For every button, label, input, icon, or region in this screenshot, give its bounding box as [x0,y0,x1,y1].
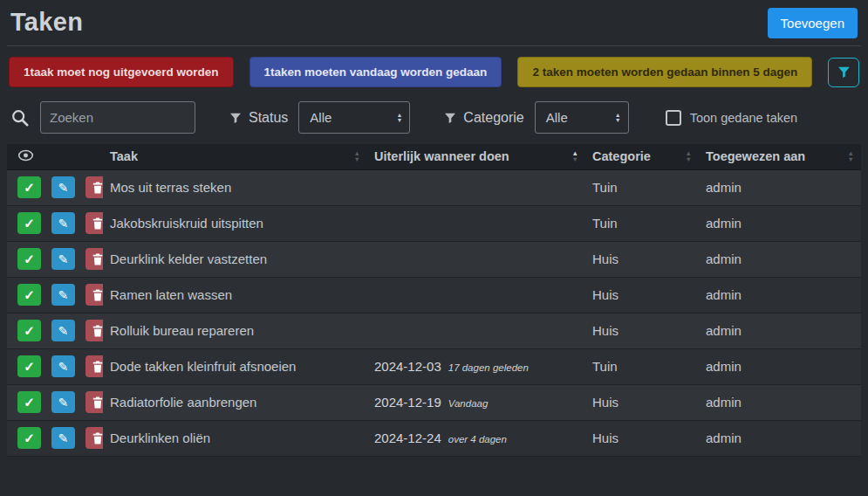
eye-icon [17,149,34,162]
trash-icon [92,325,103,337]
row-actions-cell: ✓ ✎ [7,205,103,241]
task-name: Radiatorfolie aanbrengen [103,384,367,420]
due-cell [367,169,585,205]
edit-task-button[interactable]: ✎ [51,284,75,306]
edit-icon: ✎ [58,182,69,194]
add-task-button[interactable]: Toevoegen [768,8,858,38]
table-row: ✓ ✎ Jakobskruiskruid uitspitten Tuin adm… [7,205,861,241]
select-steppers-icon: ▲▼ [615,113,621,123]
due-relative: over 4 dagen [448,434,507,444]
due-date: 2024-12-19 [374,395,441,410]
task-name: Ramen laten wassen [103,277,367,313]
delete-task-button[interactable] [85,212,103,234]
table-row: ✓ ✎ Rolluik bureau repareren Huis admin [7,313,861,348]
sort-icon[interactable]: ▲▼ [686,151,692,162]
mark-done-button[interactable]: ✓ [17,212,41,234]
delete-task-button[interactable] [85,284,103,306]
mark-done-button[interactable]: ✓ [17,284,41,306]
edit-task-button[interactable]: ✎ [51,391,75,413]
column-header-category-label: Categorie [592,149,651,163]
edit-task-button[interactable]: ✎ [51,176,75,198]
trash-icon [92,253,103,265]
task-assigned: admin [699,348,861,384]
visibility-column-header [7,144,103,169]
mark-done-button[interactable]: ✓ [17,355,41,377]
status-select[interactable]: Alle ▲▼ [298,101,410,134]
mark-done-button[interactable]: ✓ [17,320,41,341]
due-cell: 2024-12-0317 dagen geleden [367,348,585,384]
mark-done-button[interactable]: ✓ [17,391,41,413]
alerts-row: 1taak moet nog uitgevoerd worden 1taken … [0,46,868,93]
clear-filters-button[interactable] [828,58,859,87]
row-actions-cell: ✓ ✎ [7,313,103,348]
delete-task-button[interactable] [85,176,103,198]
column-header-category[interactable]: Categorie ▲▼ [585,144,699,169]
task-assigned: admin [699,277,861,313]
trash-icon [92,396,103,409]
filter-icon [837,65,851,79]
edit-task-button[interactable]: ✎ [51,248,75,270]
check-icon: ✓ [24,252,35,265]
page-title: Taken [10,8,83,37]
trash-icon [92,217,103,230]
delete-task-button[interactable] [85,320,103,341]
task-name: Mos uit terras steken [103,169,367,205]
status-select-value: Alle [310,110,331,125]
delete-task-button[interactable] [85,248,103,270]
trash-icon [92,361,103,373]
edit-icon: ✎ [58,432,69,444]
check-icon: ✓ [24,288,35,301]
category-select[interactable]: Alle ▲▼ [535,101,629,134]
column-header-task-label: Taak [110,149,138,163]
row-actions-cell: ✓ ✎ [7,420,103,456]
trash-icon [92,289,103,301]
check-icon: ✓ [24,324,35,337]
task-category: Huis [585,420,699,456]
task-category: Tuin [585,205,699,241]
check-icon: ✓ [24,360,35,373]
check-icon: ✓ [24,396,35,409]
column-header-task[interactable]: Taak ▲▼ [103,144,367,169]
task-name: Jakobskruiskruid uitspitten [103,205,367,241]
row-actions-cell: ✓ ✎ [7,169,103,205]
mark-done-button[interactable]: ✓ [17,176,41,198]
task-name: Deurklink kelder vastzetten [103,241,367,277]
mark-done-button[interactable]: ✓ [17,248,41,270]
task-name: Rolluik bureau repareren [103,313,367,348]
delete-task-button[interactable] [85,391,103,413]
task-assigned: admin [699,205,861,241]
sort-icon[interactable]: ▲▼ [354,151,360,162]
due-cell [367,241,585,277]
sort-icon[interactable]: ▲▼ [848,151,854,162]
mark-done-button[interactable]: ✓ [17,427,41,449]
task-category: Huis [585,277,699,313]
show-done-checkbox[interactable] [666,110,681,126]
due-cell [367,205,585,241]
column-header-assigned[interactable]: Toegewezen aan ▲▼ [699,144,861,169]
edit-icon: ✎ [58,325,69,337]
category-filter-label: Categorie [463,110,523,126]
table-header-row: Taak ▲▼ Uiterlijk wanneer doen ▲▼ Catego… [7,144,861,169]
status-filter-label: Status [249,110,288,126]
edit-task-button[interactable]: ✎ [51,320,75,341]
edit-icon: ✎ [58,396,69,409]
column-header-due-label: Uiterlijk wanneer doen [374,149,509,163]
row-actions-cell: ✓ ✎ [7,384,103,420]
edit-task-button[interactable]: ✎ [51,212,75,234]
edit-task-button[interactable]: ✎ [51,355,75,377]
column-header-due[interactable]: Uiterlijk wanneer doen ▲▼ [367,144,585,169]
sort-icon-active[interactable]: ▲▼ [572,151,578,162]
table-row: ✓ ✎ Deurklink kelder vastzetten Huis adm… [7,241,861,277]
due-relative: 17 dagen geleden [448,362,529,373]
task-category: Tuin [585,169,699,205]
search-input[interactable] [40,101,195,134]
funnel-icon [229,111,243,125]
task-assigned: admin [699,169,861,205]
task-table: Taak ▲▼ Uiterlijk wanneer doen ▲▼ Catego… [0,141,868,457]
task-name: Dode takken kleinfruit afsnoeien [103,348,367,384]
delete-task-button[interactable] [85,355,103,377]
edit-icon: ✎ [58,361,69,373]
edit-task-button[interactable]: ✎ [51,427,75,449]
task-category: Huis [585,313,699,348]
delete-task-button[interactable] [85,427,103,449]
